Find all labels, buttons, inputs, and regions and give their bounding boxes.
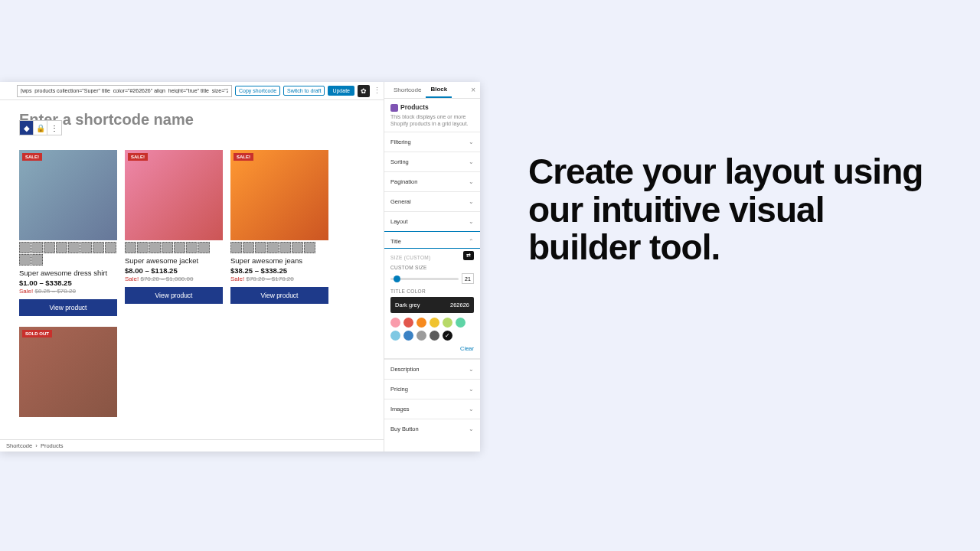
tab-block[interactable]: Block xyxy=(426,82,452,98)
product-thumb[interactable] xyxy=(304,242,315,253)
product-card: SALE! Super awesome jeans $38.25 – $338.… xyxy=(230,150,328,316)
product-thumb[interactable] xyxy=(93,242,104,253)
menu-button[interactable]: ⋮ xyxy=(373,86,381,96)
product-thumb[interactable] xyxy=(31,242,43,253)
shortcode-name-input[interactable]: Enter a shortcode name xyxy=(19,111,368,129)
reset-size-button[interactable]: ⇄ xyxy=(463,251,474,260)
product-thumb[interactable] xyxy=(149,242,161,253)
product-thumb[interactable] xyxy=(44,242,55,253)
color-swatches: ✓ xyxy=(390,318,474,341)
product-sale-row: Sale! $8.25 – $70.20 xyxy=(19,288,117,295)
product-thumb[interactable] xyxy=(68,242,80,253)
sale-badge: SALE! xyxy=(128,153,148,161)
update-button[interactable]: Update xyxy=(328,86,354,96)
section-sorting[interactable]: Sorting⌄ xyxy=(384,152,480,171)
chevron-down-icon: ⌄ xyxy=(469,198,474,205)
product-card: SOLD OUT xyxy=(19,327,117,417)
block-toolbar[interactable]: ◆ 🔒 ⋮ xyxy=(19,120,62,135)
product-thumb[interactable] xyxy=(80,242,92,253)
size-slider[interactable] xyxy=(390,278,459,280)
block-move-icon[interactable]: ◆ xyxy=(20,121,34,135)
product-sale-row: Sale! $70.20 – $170.20 xyxy=(230,276,328,282)
product-thumb[interactable] xyxy=(267,242,279,253)
product-thumb[interactable] xyxy=(19,254,31,266)
custom-size-label: CUSTOM SIZE xyxy=(390,265,474,270)
product-thumb[interactable] xyxy=(105,242,116,253)
clear-color-link[interactable]: Clear xyxy=(390,345,474,352)
product-title: Super awesome dress shirt xyxy=(19,269,117,277)
section-title[interactable]: Title⌃ xyxy=(384,231,480,249)
color-swatch[interactable] xyxy=(430,331,439,341)
product-card: SALE! Super awesome jacket $8.00 – $118.… xyxy=(125,150,223,316)
thumbs-row xyxy=(125,242,223,253)
canvas: Enter a shortcode name ◆ 🔒 ⋮ SALE! Super… xyxy=(0,100,384,417)
view-product-button[interactable]: View product xyxy=(125,287,223,304)
product-thumb[interactable] xyxy=(19,242,31,253)
product-thumb[interactable] xyxy=(137,242,149,253)
block-header: Products This block displays one or more… xyxy=(384,99,480,132)
section-general[interactable]: General⌄ xyxy=(384,191,480,211)
product-thumb[interactable] xyxy=(198,242,210,253)
product-thumb[interactable] xyxy=(56,242,67,253)
color-swatch[interactable] xyxy=(403,318,413,328)
color-swatch[interactable] xyxy=(390,331,400,341)
section-filtering[interactable]: Filtering⌄ xyxy=(384,132,480,152)
color-swatch[interactable]: ✓ xyxy=(443,331,452,341)
section-images[interactable]: Images⌄ xyxy=(384,399,480,419)
product-thumb[interactable] xyxy=(255,242,266,253)
sidebar-panel: Shortcode Block × Products This block di… xyxy=(384,82,480,452)
tagline: Create your layout using our intuitive v… xyxy=(528,153,942,267)
color-swatch[interactable] xyxy=(416,331,426,341)
product-thumb[interactable] xyxy=(279,242,291,253)
color-swatch[interactable] xyxy=(416,318,426,328)
product-image[interactable] xyxy=(19,327,117,417)
view-product-button[interactable]: View product xyxy=(19,299,117,316)
color-swatch[interactable] xyxy=(456,318,466,328)
selected-color-preview[interactable]: Dark grey262626 xyxy=(390,297,474,313)
product-image[interactable] xyxy=(125,150,223,240)
product-thumb[interactable] xyxy=(162,242,173,253)
product-thumb[interactable] xyxy=(174,242,185,253)
title-panel: SIZE (CUSTOM)⇄ CUSTOM SIZE TITLE COLOR D… xyxy=(384,249,480,359)
chevron-down-icon: ⌄ xyxy=(469,218,474,225)
product-thumb[interactable] xyxy=(186,242,198,253)
view-product-button[interactable]: View product xyxy=(230,287,328,304)
product-image[interactable] xyxy=(19,150,117,240)
thumbs-row xyxy=(230,242,328,253)
section-layout[interactable]: Layout⌄ xyxy=(384,211,480,231)
shortcode-input[interactable] xyxy=(17,85,232,97)
color-swatch[interactable] xyxy=(403,331,413,341)
product-thumb[interactable] xyxy=(230,242,242,253)
section-description[interactable]: Description⌄ xyxy=(384,359,480,379)
color-swatch[interactable] xyxy=(430,318,439,328)
product-price: $1.00 – $338.25 xyxy=(19,279,117,287)
product-thumb[interactable] xyxy=(125,242,136,253)
editor-area: Copy shortcode Switch to draft Update ✿ … xyxy=(0,82,384,452)
product-title: Super awesome jeans xyxy=(230,256,328,265)
lock-icon[interactable]: 🔒 xyxy=(34,121,47,135)
product-thumb[interactable] xyxy=(292,242,303,253)
size-value-input[interactable] xyxy=(462,273,474,284)
chevron-up-icon: ⌃ xyxy=(469,238,474,245)
title-color-label: TITLE COLOR xyxy=(390,289,474,294)
section-pagination[interactable]: Pagination⌄ xyxy=(384,171,480,191)
switch-draft-button[interactable]: Switch to draft xyxy=(283,86,325,96)
color-swatch[interactable] xyxy=(443,318,452,328)
product-sale-row: Sale! $70.20 – $1,000.00 xyxy=(125,276,223,282)
section-buy-button[interactable]: Buy Button⌄ xyxy=(384,419,480,439)
product-image[interactable] xyxy=(230,150,328,240)
color-swatch[interactable] xyxy=(390,318,400,328)
tab-shortcode[interactable]: Shortcode xyxy=(389,83,426,97)
product-thumb[interactable] xyxy=(243,242,254,253)
product-thumb[interactable] xyxy=(31,254,43,266)
block-more-icon[interactable]: ⋮ xyxy=(47,121,61,135)
chevron-down-icon: ⌄ xyxy=(469,425,474,432)
product-grid: SALE! Super awesome dress shirt $1.00 – … xyxy=(19,150,368,316)
close-panel-icon[interactable]: × xyxy=(471,86,475,94)
breadcrumb[interactable]: Shortcode › Products xyxy=(0,439,384,452)
settings-button[interactable]: ✿ xyxy=(358,85,370,97)
section-pricing[interactable]: Pricing⌄ xyxy=(384,379,480,399)
top-bar: Copy shortcode Switch to draft Update ✿ … xyxy=(0,82,384,100)
product-price: $8.00 – $118.25 xyxy=(125,266,223,275)
copy-shortcode-button[interactable]: Copy shortcode xyxy=(235,86,280,96)
